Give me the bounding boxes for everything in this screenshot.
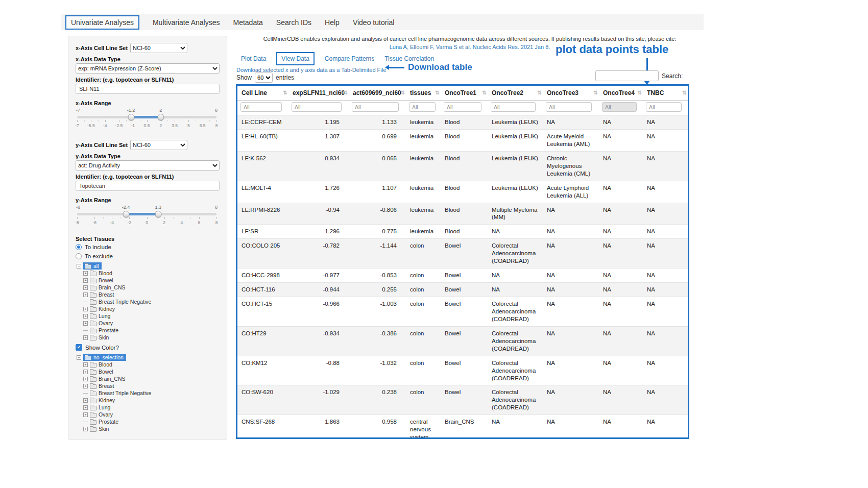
y-identifier-input[interactable] xyxy=(76,181,220,191)
tab-plot-data[interactable]: Plot Data xyxy=(241,55,266,62)
tree-item-skin[interactable]: +Skin xyxy=(83,334,220,341)
cell-tnbc: NA xyxy=(643,151,688,181)
tree-item-bowel[interactable]: +Bowel xyxy=(83,368,220,375)
tab-tissue-correlation[interactable]: Tissue Correlation xyxy=(384,55,434,62)
cell-oncotree2: Colorectal Adenocarcinoma (COADREAD) xyxy=(488,356,543,385)
top-nav: Univariate AnalysesMultivariate Analyses… xyxy=(61,14,704,30)
tree-item-breast[interactable]: +Breast xyxy=(83,291,220,298)
filter-input-oncotree3[interactable] xyxy=(546,102,592,112)
expand-icon[interactable]: + xyxy=(83,314,88,319)
tree-item-breast-triple-negative[interactable]: Breast Triple Negative xyxy=(83,298,220,305)
column-header-expslfn11-nci60[interactable]: expSLFN11_nci60⇅ xyxy=(288,86,349,101)
filter-input-oncotree2[interactable] xyxy=(491,102,536,112)
cell-tnbc: NA xyxy=(643,181,688,203)
nav-tab-univariate-analyses[interactable]: Univariate Analyses xyxy=(65,15,139,30)
nav-tab-multivariate-analyses[interactable]: Multivariate Analyses xyxy=(153,18,220,27)
tree-item-breast-triple-negative[interactable]: Breast Triple Negative xyxy=(83,389,220,397)
expand-icon[interactable]: + xyxy=(83,370,88,374)
expand-icon[interactable]: + xyxy=(83,271,88,276)
tree-item-kidney[interactable]: +Kidney xyxy=(83,397,220,404)
cell-expslfn11-nci60: 1.863 xyxy=(288,415,349,439)
filter-input-cell-line[interactable] xyxy=(240,102,282,112)
tree-item-lung[interactable]: +Lung xyxy=(83,404,220,411)
filter-cell-cell-line xyxy=(237,101,288,115)
nav-tab-help[interactable]: Help xyxy=(325,18,340,27)
nav-tab-search-ids[interactable]: Search IDs xyxy=(276,18,311,27)
tree-item-ovary[interactable]: +Ovary xyxy=(83,411,220,418)
column-header-oncotree1[interactable]: OncoTree1⇅ xyxy=(441,86,488,101)
x-identifier-input[interactable] xyxy=(76,84,220,94)
tree-item-prostate[interactable]: Prostate xyxy=(83,327,220,334)
collapse-icon[interactable]: − xyxy=(77,264,81,269)
cell-oncotree1: Blood xyxy=(441,151,488,181)
radio-to-include[interactable]: To include xyxy=(76,243,220,251)
tab-compare-patterns[interactable]: Compare Patterns xyxy=(325,55,374,62)
filter-input-act609699-nci60[interactable] xyxy=(352,102,399,112)
x-cell-line-set-label: x-Axis Cell Line Set xyxy=(76,45,128,51)
expand-icon[interactable]: + xyxy=(83,321,88,326)
expand-icon[interactable]: + xyxy=(83,292,88,297)
expand-icon[interactable]: + xyxy=(83,278,88,283)
tab-view-data[interactable]: View Data xyxy=(276,52,314,65)
expand-icon[interactable]: + xyxy=(83,427,88,431)
y-cell-line-set-select[interactable]: NCI-60 xyxy=(130,140,187,150)
y-range-slider[interactable]: -88-2.41.3-8-6-4-202468 xyxy=(77,210,216,228)
expand-icon[interactable]: + xyxy=(83,398,88,403)
expand-icon[interactable]: + xyxy=(83,307,88,311)
tree-root-all[interactable]: −all xyxy=(77,262,220,270)
column-header-oncotree4[interactable]: OncoTree4⇅ xyxy=(599,86,643,101)
tree-item-brain-cns[interactable]: +Brain_CNS xyxy=(83,375,220,382)
filter-input-oncotree1[interactable] xyxy=(444,102,481,112)
tree-item-kidney[interactable]: +Kidney xyxy=(83,305,220,312)
expand-icon[interactable]: + xyxy=(83,384,88,388)
tree-item-breast[interactable]: +Breast xyxy=(83,382,220,389)
slider-minor-tick xyxy=(156,217,156,218)
filter-input-expslfn11-nci60[interactable] xyxy=(292,102,342,112)
tree-item-prostate[interactable]: Prostate xyxy=(83,418,220,425)
column-header-oncotree2[interactable]: OncoTree2⇅ xyxy=(488,86,543,101)
radio-to-exclude[interactable]: To exclude xyxy=(76,252,220,260)
tree-item-blood[interactable]: +Blood xyxy=(83,361,220,368)
cell-oncotree3: NA xyxy=(543,203,599,225)
slider-handle-low[interactable] xyxy=(123,211,129,217)
column-header-tissues[interactable]: tissues⇅ xyxy=(406,86,441,101)
slider-handle-high[interactable] xyxy=(155,211,161,217)
expand-icon[interactable]: + xyxy=(83,285,88,290)
data-table-frame: Cell Line⇅expSLFN11_nci60⇅act609699_nci6… xyxy=(236,84,689,439)
sort-icon: ⇅ xyxy=(401,90,405,95)
expand-icon[interactable]: + xyxy=(83,335,88,340)
x-range-slider[interactable]: -78-1.22-7-5.5-4-2.5-10.523.556.58 xyxy=(77,113,216,131)
slider-tick-label: -8 xyxy=(75,220,79,225)
tree-item-blood[interactable]: +Blood xyxy=(83,270,220,277)
expand-icon[interactable]: + xyxy=(83,362,88,367)
filter-input-tissues[interactable] xyxy=(409,102,436,112)
tree-item-ovary[interactable]: +Ovary xyxy=(83,320,220,327)
expand-icon[interactable]: + xyxy=(83,405,88,410)
tree-item-bowel[interactable]: +Bowel xyxy=(83,277,220,284)
tree-item-skin[interactable]: +Skin xyxy=(83,425,220,432)
show-color-checkbox[interactable]: Show Color? xyxy=(76,343,220,352)
collapse-icon[interactable]: − xyxy=(77,355,81,360)
tree-item-brain-cns[interactable]: +Brain_CNS xyxy=(83,284,220,291)
column-header-cell-line[interactable]: Cell Line⇅ xyxy=(237,86,288,101)
column-header-oncotree3[interactable]: OncoTree3⇅ xyxy=(543,86,599,101)
tree-item-lung[interactable]: +Lung xyxy=(83,312,220,320)
entries-select[interactable]: 60 xyxy=(255,72,273,83)
slider-handle-high[interactable] xyxy=(157,114,164,120)
filter-input-tnbc[interactable] xyxy=(646,102,682,112)
column-header-act609699-nci60[interactable]: act609699_nci60⇅ xyxy=(349,86,406,101)
table-row: CNS:SF-2681.8630.958central nervous syst… xyxy=(237,415,688,439)
filter-input-oncotree4[interactable] xyxy=(602,102,637,112)
slider-tick-label: -5.5 xyxy=(87,123,95,128)
tree-root-no-selection[interactable]: −no_selection xyxy=(77,354,220,361)
x-cell-line-set-select[interactable]: NCI-60 xyxy=(130,43,187,53)
nav-tab-video-tutorial[interactable]: Video tutorial xyxy=(353,18,394,27)
expand-icon[interactable]: + xyxy=(83,377,88,381)
slider-handle-low[interactable] xyxy=(128,114,134,120)
column-header-tnbc[interactable]: TNBC⇅ xyxy=(643,86,688,101)
search-input[interactable] xyxy=(595,70,659,81)
expand-icon[interactable]: + xyxy=(83,412,88,417)
x-data-type-select[interactable]: exp: mRNA Expression (Z-Score) xyxy=(76,63,220,74)
nav-tab-metadata[interactable]: Metadata xyxy=(233,18,262,27)
y-data-type-select[interactable]: act: Drug Activity xyxy=(76,160,220,170)
